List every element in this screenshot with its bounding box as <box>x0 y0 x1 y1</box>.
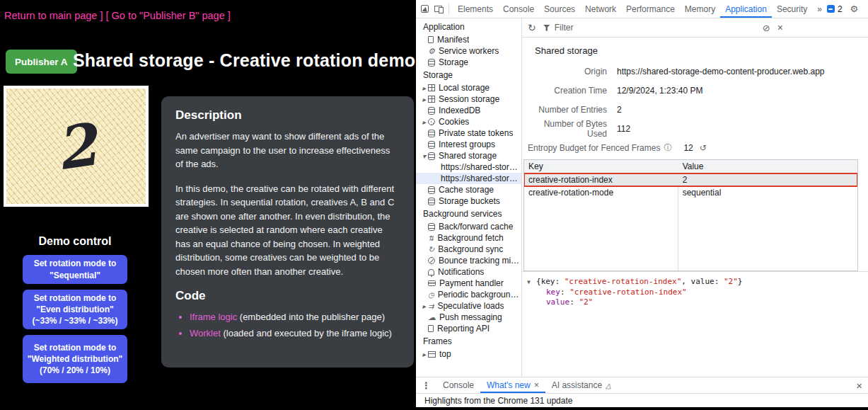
key-column-header[interactable]: Key <box>524 161 678 171</box>
shared-storage-heading: Shared storage <box>522 38 868 56</box>
database-icon <box>428 152 435 160</box>
set-rotation-even-distribution-button[interactable]: Set rotation mode to "Even distribution"… <box>23 290 127 329</box>
button-line: "Weighted distribution" <box>28 353 122 365</box>
punctuation: : <box>555 277 565 286</box>
drawer-tab-whats-new[interactable]: What's new <box>480 377 545 393</box>
tab-performance[interactable]: Performance <box>621 0 680 18</box>
sidebar-item-back-forward-cache[interactable]: Back/forward cache <box>416 221 521 232</box>
tab-sources[interactable]: Sources <box>539 0 580 18</box>
devtools-body: Application Manifest Service workers Sto… <box>416 18 868 377</box>
expand-arrow-icon[interactable] <box>420 351 428 358</box>
close-whats-new-icon[interactable] <box>534 380 539 390</box>
issues-badge[interactable]: 2 <box>827 4 843 14</box>
sidebar-item-speculative-loads[interactable]: Speculative loads <box>416 300 521 312</box>
drawer-tab-console[interactable]: Console <box>436 377 480 393</box>
block-icon <box>428 257 435 264</box>
drawer-tab-ai-assistance[interactable]: AI assistance <box>545 377 618 393</box>
set-rotation-sequential-button[interactable]: Set rotation mode to "Sequential" <box>23 255 127 284</box>
screenshot-root: Return to main page ] [ Go to "Publisher… <box>0 0 868 410</box>
filter-input[interactable] <box>555 23 724 33</box>
metadata-row: Number of Entries2 <box>522 100 868 119</box>
sidebar-item-shared-storage-origin-1[interactable]: https://shared-storage… <box>416 161 521 173</box>
sidebar-section-application: Application <box>416 20 521 34</box>
sidebar-item-cache-storage[interactable]: Cache storage <box>416 184 521 195</box>
entropy-label: Entropy Budget for Fenced Frames <box>528 143 660 153</box>
info-icon[interactable] <box>664 142 671 153</box>
shared-storage-table: Key Value creative-rotation-index 2 crea… <box>523 159 858 271</box>
updown-arrows-icon <box>428 234 434 242</box>
device-toolbar-icon[interactable] <box>434 6 442 12</box>
expand-arrow-icon[interactable] <box>420 302 428 310</box>
creation-time-label: Creation Time <box>522 86 607 96</box>
sidebar-item-periodic-background-sync[interactable]: Periodic backgroun… <box>416 289 521 300</box>
sidebar-item-cookies[interactable]: Cookies <box>416 116 521 127</box>
delete-all-icon[interactable] <box>763 23 770 33</box>
tab-console[interactable]: Console <box>498 0 539 18</box>
table-header-row: Key Value <box>524 160 857 173</box>
sidebar-item-storage[interactable]: Storage <box>416 57 521 68</box>
clear-icon[interactable] <box>777 22 783 33</box>
collapse-arrow-icon[interactable] <box>420 152 428 160</box>
devtools-drawer: Console What's new AI assistance <box>416 377 868 393</box>
row-key: creative-rotation-mode <box>524 188 678 198</box>
sidebar-item-service-workers[interactable]: Service workers <box>416 45 521 57</box>
table-scrollbar[interactable] <box>860 164 866 274</box>
expand-arrow-icon[interactable] <box>420 118 428 126</box>
sidebar-item-push-messaging[interactable]: Push messaging <box>416 312 521 323</box>
table-row[interactable]: creative-rotation-mode sequential <box>524 186 857 199</box>
top-nav-links[interactable]: Return to main page ] [ Go to "Publisher… <box>4 10 231 21</box>
inspect-element-icon[interactable] <box>421 5 429 13</box>
database-icon <box>428 141 435 149</box>
sidebar-item-interest-groups[interactable]: Interest groups <box>416 139 521 150</box>
expander-icon[interactable] <box>527 277 536 287</box>
expand-arrow-icon[interactable] <box>420 96 428 103</box>
worklet-link[interactable]: Worklet <box>190 328 221 338</box>
sidebar-item-bounce-tracking-mitigations[interactable]: Bounce tracking miti… <box>416 255 521 266</box>
sidebar-section-frames: Frames <box>416 334 521 348</box>
sidebar-item-shared-storage[interactable]: Shared storage <box>416 150 521 161</box>
table-icon <box>428 96 435 103</box>
sidebar-item-notifications[interactable]: Notifications <box>416 266 521 278</box>
tab-memory[interactable]: Memory <box>680 0 720 18</box>
sidebar-item-frame-top[interactable]: top <box>416 348 521 360</box>
code-list: Iframe logic (embedded into the publishe… <box>190 310 400 340</box>
shared-storage-toolbar <box>522 18 868 38</box>
entropy-budget-row: Entropy Budget for Fenced Frames 12 <box>522 138 868 157</box>
table-icon <box>428 84 435 91</box>
sidebar-item-local-storage[interactable]: Local storage <box>416 82 521 93</box>
punctuation: } <box>738 277 743 286</box>
punctuation: : <box>560 287 569 297</box>
tab-elements[interactable]: Elements <box>453 0 498 18</box>
sidebar-item-private-state-tokens[interactable]: Private state tokens <box>416 127 521 139</box>
button-line: (~33% / ~33% / ~33%) <box>32 315 117 326</box>
refresh-icon[interactable] <box>528 22 536 33</box>
sync-icon <box>428 246 434 254</box>
button-line: (70% / 20% / 10%) <box>40 365 110 376</box>
expand-arrow-icon[interactable] <box>420 84 428 92</box>
drawer-close-icon[interactable] <box>856 380 862 392</box>
database-icon <box>428 223 435 231</box>
tab-security[interactable]: Security <box>772 0 812 18</box>
sidebar-item-background-fetch[interactable]: Background fetch <box>416 232 521 244</box>
sidebar-item-indexeddb[interactable]: IndexedDB <box>416 105 521 116</box>
drawer-menu-icon[interactable] <box>422 380 431 391</box>
sidebar-item-reporting-api[interactable]: Reporting API <box>416 323 521 334</box>
iframe-logic-link[interactable]: Iframe logic <box>190 312 237 322</box>
settings-gear-icon[interactable] <box>850 4 859 14</box>
sidebar-item-session-storage[interactable]: Session storage <box>416 93 521 105</box>
sidebar-item-storage-buckets[interactable]: Storage buckets <box>416 195 521 207</box>
sidebar-item-payment-handler[interactable]: Payment handler <box>416 278 521 289</box>
tab-application[interactable]: Application <box>720 0 772 18</box>
more-tabs-icon[interactable] <box>812 0 827 18</box>
metadata-row: Creation Time12/9/2024, 1:23:40 PM <box>522 81 868 100</box>
sidebar-item-shared-storage-origin-2[interactable]: https://shared-storage… <box>416 173 521 184</box>
value-column-header[interactable]: Value <box>678 161 857 171</box>
sidebar-item-background-sync[interactable]: Background sync <box>416 244 521 255</box>
tab-network[interactable]: Network <box>580 0 621 18</box>
sidebar-item-manifest[interactable]: Manifest <box>416 34 521 45</box>
set-rotation-weighted-distribution-button[interactable]: Set rotation mode to "Weighted distribut… <box>23 335 127 383</box>
button-line: Set rotation mode to <box>34 292 117 304</box>
filter-box[interactable] <box>543 23 756 33</box>
table-row[interactable]: creative-rotation-index 2 <box>524 173 857 186</box>
reset-budget-icon[interactable] <box>700 143 707 153</box>
